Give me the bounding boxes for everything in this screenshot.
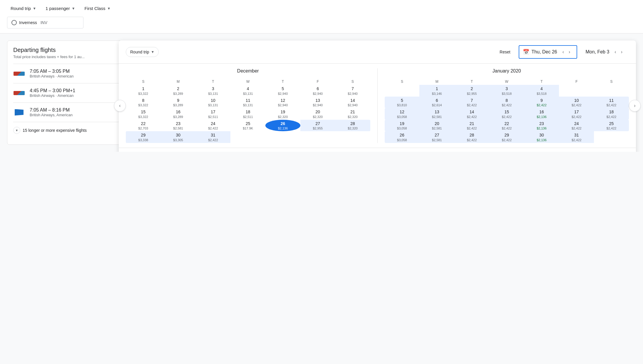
table-row[interactable]: 25$17.9K: [230, 120, 265, 132]
airline-logo: [13, 90, 25, 97]
table-row[interactable]: 6$2,614: [419, 97, 454, 108]
table-row[interactable]: 23$2,581: [161, 120, 196, 132]
class-button[interactable]: First Class ▼: [81, 4, 114, 13]
table-row[interactable]: 15$2,422: [489, 108, 524, 120]
table-row[interactable]: 31$2,422: [196, 131, 231, 143]
table-row[interactable]: 17$2,422: [559, 108, 594, 120]
table-row[interactable]: 7$2,422: [454, 97, 489, 108]
table-row[interactable]: 29$3,338: [126, 131, 161, 143]
table-row[interactable]: 27$2,955: [300, 120, 335, 132]
table-row[interactable]: 30$3,305: [161, 131, 196, 143]
table-row[interactable]: 10$3,131: [196, 97, 231, 108]
table-row[interactable]: 20$2,320: [300, 108, 335, 120]
table-row[interactable]: 12$3,058: [385, 108, 420, 120]
table-row[interactable]: 5$3,810: [385, 97, 420, 108]
day-header-t: T: [454, 78, 489, 85]
table-row[interactable]: 21$2,422: [454, 120, 489, 132]
table-row[interactable]: 31$2,422: [559, 131, 594, 143]
table-row: [594, 85, 629, 97]
table-row[interactable]: 9$3,289: [161, 97, 196, 108]
table-row[interactable]: 22$2,422: [489, 120, 524, 132]
table-row[interactable]: 15$3,322: [126, 108, 161, 120]
table-row[interactable]: 28$2,320: [335, 120, 370, 132]
table-row[interactable]: 19$2,320: [265, 108, 300, 120]
day-header-m: M: [161, 78, 196, 85]
table-row[interactable]: 26$3,058: [385, 131, 420, 143]
table-row[interactable]: 27$2,581: [419, 131, 454, 143]
table-row[interactable]: 26$2,136: [265, 120, 300, 132]
round-trip-pill[interactable]: Round trip ▼: [126, 47, 159, 57]
return-prev-button[interactable]: ‹: [613, 48, 618, 56]
table-row: [265, 131, 300, 143]
table-row[interactable]: 4$3,518: [524, 85, 559, 97]
depart-prev-button[interactable]: ‹: [561, 48, 566, 56]
origin-input[interactable]: Inverness INV: [7, 17, 83, 28]
flight-info: 7:05 AM – 3:05 PM British Airways · Amer…: [30, 69, 74, 78]
table-row[interactable]: 11$3,131: [230, 97, 265, 108]
table-row[interactable]: 3$3,518: [489, 85, 524, 97]
depart-date-field[interactable]: 📅 Thu, Dec 26 ‹ ›: [519, 45, 577, 59]
table-row[interactable]: 20$2,581: [419, 120, 454, 132]
table-row[interactable]: 13$2,940: [300, 97, 335, 108]
table-row: [385, 85, 420, 97]
table-row[interactable]: 28$2,422: [454, 131, 489, 143]
depart-next-button[interactable]: ›: [567, 48, 572, 56]
calendar-next-button[interactable]: ›: [629, 100, 641, 112]
depart-date-nav: ‹ ›: [560, 48, 573, 56]
table-row[interactable]: 6$2,940: [300, 85, 335, 97]
table-row[interactable]: 7$2,940: [335, 85, 370, 97]
table-row[interactable]: 25$2,422: [594, 120, 629, 132]
table-row[interactable]: 1$3,322: [126, 85, 161, 97]
passengers-button[interactable]: 1 passenger ▼: [42, 4, 78, 13]
table-row[interactable]: 1$3,146: [419, 85, 454, 97]
table-row[interactable]: 8$2,422: [489, 97, 524, 108]
return-next-button[interactable]: ›: [619, 48, 624, 56]
round-trip-button[interactable]: Round trip ▼: [7, 4, 40, 13]
day-header-s: S: [385, 78, 420, 85]
table-row[interactable]: 11$2,422: [594, 97, 629, 108]
calendar-icon: 📅: [523, 49, 529, 55]
return-date-value: Mon, Feb 3: [585, 49, 609, 55]
table-row[interactable]: 12$2,940: [265, 97, 300, 108]
table-row[interactable]: 5$2,940: [265, 85, 300, 97]
return-date-field[interactable]: Mon, Feb 3 ‹ ›: [582, 46, 629, 58]
flight-airlines: British Airways, American: [30, 113, 73, 117]
table-row[interactable]: 24$2,422: [196, 120, 231, 132]
table-row[interactable]: 23$2,136: [524, 120, 559, 132]
table-row[interactable]: 13$2,581: [419, 108, 454, 120]
table-row[interactable]: 3$3,131: [196, 85, 231, 97]
calendar-body: ‹ December S M T W T F: [119, 64, 636, 148]
table-row[interactable]: 18$2,422: [594, 108, 629, 120]
table-row[interactable]: 22$2,703: [126, 120, 161, 132]
table-row[interactable]: 24$2,422: [559, 120, 594, 132]
table-row[interactable]: 9$2,422: [524, 97, 559, 108]
passengers-chevron-icon: ▼: [72, 6, 75, 11]
table-row[interactable]: 2$2,955: [454, 85, 489, 97]
table-row[interactable]: 10$2,422: [559, 97, 594, 108]
table-row[interactable]: 16$3,289: [161, 108, 196, 120]
table-row[interactable]: 17$2,511: [196, 108, 231, 120]
day-header-s: S: [126, 78, 161, 85]
table-row[interactable]: 30$2,136: [524, 131, 559, 143]
table-row[interactable]: 8$3,322: [126, 97, 161, 108]
table-row[interactable]: 14$2,940: [335, 97, 370, 108]
table-row[interactable]: 14$2,422: [454, 108, 489, 120]
table-row[interactable]: 18$2,511: [230, 108, 265, 120]
table-row[interactable]: 4$3,131: [230, 85, 265, 97]
table-row: [300, 131, 335, 143]
china-airlines-logo-icon: [15, 109, 24, 116]
day-header-w: W: [230, 78, 265, 85]
table-row[interactable]: 21$2,320: [335, 108, 370, 120]
day-header-f: F: [300, 78, 335, 85]
table-row[interactable]: 2$3,289: [161, 85, 196, 97]
table-row: [335, 131, 370, 143]
reset-button[interactable]: Reset: [496, 47, 514, 57]
ba-logo-icon: [14, 91, 25, 95]
calendar-prev-button[interactable]: ‹: [114, 100, 126, 112]
table-row[interactable]: 16$2,136: [524, 108, 559, 120]
flight-airlines: British Airways · American: [30, 93, 75, 98]
table-row[interactable]: 19$3,058: [385, 120, 420, 132]
january-title: January 2020: [385, 68, 629, 74]
flight-airlines: British Airways · American: [30, 74, 74, 78]
table-row[interactable]: 29$2,422: [489, 131, 524, 143]
